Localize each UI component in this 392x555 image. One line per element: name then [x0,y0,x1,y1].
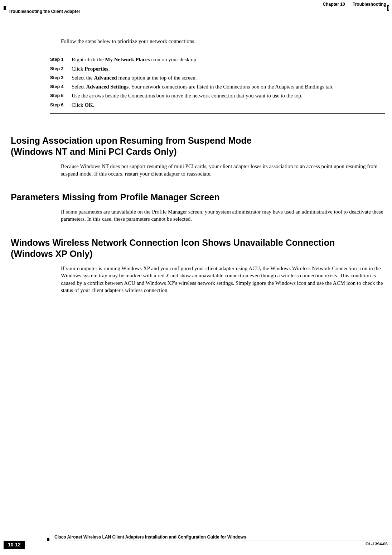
step-text: Click OK. [72,101,385,109]
page-header: Chapter 10 Troubleshooting Troubleshooti… [4,1,388,14]
page-content: Follow the steps below to prioritize you… [11,32,385,526]
step-label: Step 2 [50,65,72,72]
step-row: Step 2 Click Properties. [50,65,385,72]
footer-page-number: 10-12 [4,541,25,549]
step-row: Step 4 Select Advanced Settings. Your ne… [50,83,385,90]
intro-paragraph: Follow the steps below to prioritize you… [61,38,385,45]
step-text: Right-click the My Network Places icon o… [72,56,385,63]
header-section-title: Troubleshooting the Client Adapter [9,9,80,14]
footer-doc-id: OL-1394-06 [366,541,388,547]
section-body: Because Windows NT does not support resu… [61,163,385,177]
step-text: Click Properties. [72,65,385,72]
step-label: Step 5 [50,92,72,99]
step-text: Use the arrows beside the Connections bo… [72,92,385,99]
step-label: Step 1 [50,56,72,63]
step-label: Step 6 [50,101,72,109]
footer-marker [47,538,49,541]
footer-doc-title: Cisco Aironet Wireless LAN Client Adapte… [50,534,388,541]
header-left-marker [4,6,6,10]
step-row: Step 3 Select the Advanced menu option a… [50,74,385,81]
step-text: Select Advanced Settings. Your network c… [72,83,385,90]
section-body: If some parameters are unavailable on th… [61,208,385,223]
page-footer: Cisco Aironet Wireless LAN Client Adapte… [4,534,388,549]
header-chapter: Chapter 10 Troubleshooting [323,1,386,7]
header-right-marker [387,6,388,10]
section-body: If your computer is running Windows XP a… [61,265,385,294]
step-text: Select the Advanced menu option at the t… [72,74,385,81]
step-row: Step 6 Click OK. [50,101,385,109]
section-heading: Windows Wireless Network Connection Icon… [11,237,385,260]
step-label: Step 3 [50,74,72,81]
step-label: Step 4 [50,83,72,90]
step-list: Step 1 Right-click the My Network Places… [50,52,385,114]
step-row: Step 5 Use the arrows beside the Connect… [50,92,385,99]
section-heading: Losing Association upon Resuming from Su… [11,135,385,158]
step-row: Step 1 Right-click the My Network Places… [50,56,385,63]
header-rule [4,8,388,8]
chapter-title: Troubleshooting [353,2,386,7]
section-heading: Parameters Missing from Profile Manager … [11,192,385,203]
chapter-label: Chapter 10 [323,2,345,7]
